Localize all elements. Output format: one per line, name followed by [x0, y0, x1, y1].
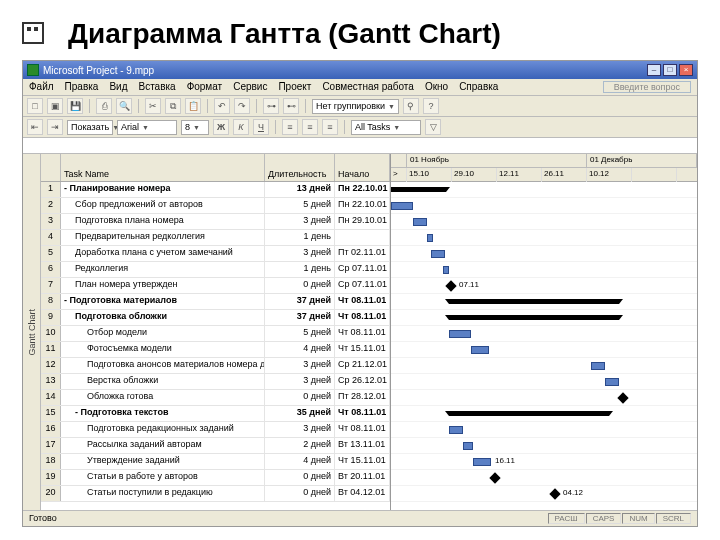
- underline-icon[interactable]: Ч: [253, 119, 269, 135]
- app-icon: [27, 64, 39, 76]
- group-select[interactable]: Нет группировки▼: [312, 99, 399, 114]
- menu-tools[interactable]: Сервис: [233, 81, 267, 93]
- task-bar[interactable]: [427, 234, 433, 242]
- link-icon[interactable]: ⊶: [263, 98, 279, 114]
- paste-icon[interactable]: 📋: [185, 98, 201, 114]
- task-bar[interactable]: [463, 442, 473, 450]
- slide-title: Диаграмма Гантта (Gantt Chart): [68, 18, 702, 50]
- task-bar[interactable]: [449, 330, 471, 338]
- minimize-button[interactable]: –: [647, 64, 661, 76]
- menu-collab[interactable]: Совместная работа: [322, 81, 414, 93]
- show-select[interactable]: Показать▼: [67, 120, 113, 135]
- maximize-button[interactable]: □: [663, 64, 677, 76]
- summary-bar: [391, 187, 446, 192]
- milestone-icon[interactable]: [549, 488, 560, 499]
- titlebar: Microsoft Project - 9.mpp – □ ×: [23, 61, 697, 79]
- font-select[interactable]: Arial▼: [117, 120, 177, 135]
- outdent-icon[interactable]: ⇤: [27, 119, 43, 135]
- table-row[interactable]: 6Редколлегия1 деньСр 07.11.01: [41, 262, 390, 278]
- italic-icon[interactable]: К: [233, 119, 249, 135]
- table-row[interactable]: 11Фотосъемка модели4 днейЧт 15.11.01: [41, 342, 390, 358]
- menu-file[interactable]: Файл: [29, 81, 54, 93]
- help-icon[interactable]: ?: [423, 98, 439, 114]
- col-id[interactable]: [41, 154, 61, 181]
- table-row[interactable]: 14Обложка готова0 днейПт 28.12.01: [41, 390, 390, 406]
- col-duration[interactable]: Длительность: [265, 154, 335, 181]
- menu-window[interactable]: Окно: [425, 81, 448, 93]
- table-row[interactable]: 10Отбор модели5 днейЧт 08.11.01: [41, 326, 390, 342]
- table-row[interactable]: 16Подготовка редакционных заданий3 днейЧ…: [41, 422, 390, 438]
- menu-format[interactable]: Формат: [187, 81, 223, 93]
- new-icon[interactable]: □: [27, 98, 43, 114]
- menu-edit[interactable]: Правка: [65, 81, 99, 93]
- task-bar[interactable]: [473, 458, 491, 466]
- col-name[interactable]: Task Name: [61, 154, 265, 181]
- table-row[interactable]: 8- Подготовка материалов37 днейЧт 08.11.…: [41, 294, 390, 310]
- copy-icon[interactable]: ⧉: [165, 98, 181, 114]
- menubar: Файл Правка Вид Вставка Формат Сервис Пр…: [23, 79, 697, 96]
- bold-icon[interactable]: Ж: [213, 119, 229, 135]
- task-bar[interactable]: [443, 266, 449, 274]
- cut-icon[interactable]: ✂: [145, 98, 161, 114]
- table-row[interactable]: 4Предварительная редколлегия1 день: [41, 230, 390, 246]
- statusbar: Готово РАСШ CAPS NUM SCRL: [23, 510, 697, 526]
- table-row[interactable]: 5Доработка плана с учетом замечаний3 дне…: [41, 246, 390, 262]
- milestone-icon[interactable]: [445, 280, 456, 291]
- table-row[interactable]: 20Статьи поступили в редакцию0 днейВт 04…: [41, 486, 390, 502]
- align-left-icon[interactable]: ≡: [282, 119, 298, 135]
- print-icon[interactable]: ⎙: [96, 98, 112, 114]
- gantt-row: 16.11: [391, 454, 697, 470]
- status-caps: CAPS: [586, 513, 622, 524]
- zoom-icon[interactable]: ⚲: [403, 98, 419, 114]
- col-start[interactable]: Начало: [335, 154, 390, 181]
- align-center-icon[interactable]: ≡: [302, 119, 318, 135]
- task-bar[interactable]: [413, 218, 427, 226]
- table-row[interactable]: 9Подготовка обложки37 днейЧт 08.11.01: [41, 310, 390, 326]
- day-5: 10.12: [587, 168, 632, 182]
- formula-bar[interactable]: [23, 138, 697, 154]
- indent-icon[interactable]: ⇥: [47, 119, 63, 135]
- task-bar[interactable]: [391, 202, 413, 210]
- help-search[interactable]: Введите вопрос: [603, 81, 691, 93]
- summary-bar: [449, 411, 609, 416]
- preview-icon[interactable]: 🔍: [116, 98, 132, 114]
- task-bar[interactable]: [605, 378, 619, 386]
- close-button[interactable]: ×: [679, 64, 693, 76]
- task-bar[interactable]: [449, 426, 463, 434]
- gantt-row: 04.12: [391, 486, 697, 502]
- unlink-icon[interactable]: ⊷: [283, 98, 299, 114]
- menu-help[interactable]: Справка: [459, 81, 498, 93]
- table-row[interactable]: 18Утверждение заданий4 днейЧт 15.11.01: [41, 454, 390, 470]
- timeline-header: 01 Ноябрь 01 Декабрь > 15.10 29.10 12.11…: [391, 154, 697, 182]
- table-row[interactable]: 7План номера утвержден0 днейСр 07.11.01: [41, 278, 390, 294]
- save-icon[interactable]: 💾: [67, 98, 83, 114]
- menu-insert[interactable]: Вставка: [138, 81, 175, 93]
- table-row[interactable]: 12Подготовка анонсов материалов номера д…: [41, 358, 390, 374]
- milestone-icon[interactable]: [489, 472, 500, 483]
- gantt-row: [391, 246, 697, 262]
- undo-icon[interactable]: ↶: [214, 98, 230, 114]
- align-right-icon[interactable]: ≡: [322, 119, 338, 135]
- menu-project[interactable]: Проект: [278, 81, 311, 93]
- task-bar[interactable]: [591, 362, 605, 370]
- table-row[interactable]: 1- Планирование номера13 днейПн 22.10.01: [41, 182, 390, 198]
- table-row[interactable]: 2Сбор предложений от авторов5 днейПн 22.…: [41, 198, 390, 214]
- table-row[interactable]: 15- Подготовка текстов35 днейЧт 08.11.01: [41, 406, 390, 422]
- table-row[interactable]: 13Верстка обложки3 днейСр 26.12.01: [41, 374, 390, 390]
- task-bar[interactable]: [431, 250, 445, 258]
- autofilter-icon[interactable]: ▽: [425, 119, 441, 135]
- task-bar[interactable]: [471, 346, 489, 354]
- milestone-icon[interactable]: [617, 392, 628, 403]
- filter-select[interactable]: All Tasks▼: [351, 120, 421, 135]
- status-ext: РАСШ: [548, 513, 585, 524]
- task-table: Task Name Длительность Начало 1- Планиро…: [41, 154, 391, 510]
- open-icon[interactable]: ▣: [47, 98, 63, 114]
- table-row[interactable]: 19Статьи в работе у авторов0 днейВт 20.1…: [41, 470, 390, 486]
- redo-icon[interactable]: ↷: [234, 98, 250, 114]
- table-row[interactable]: 17Рассылка заданий авторам2 днейВт 13.11…: [41, 438, 390, 454]
- menu-view[interactable]: Вид: [109, 81, 127, 93]
- size-select[interactable]: 8▼: [181, 120, 209, 135]
- status-scrl: SCRL: [656, 513, 691, 524]
- table-row[interactable]: 3Подготовка плана номера3 днейПн 29.10.0…: [41, 214, 390, 230]
- view-label[interactable]: Gantt Chart: [23, 154, 41, 510]
